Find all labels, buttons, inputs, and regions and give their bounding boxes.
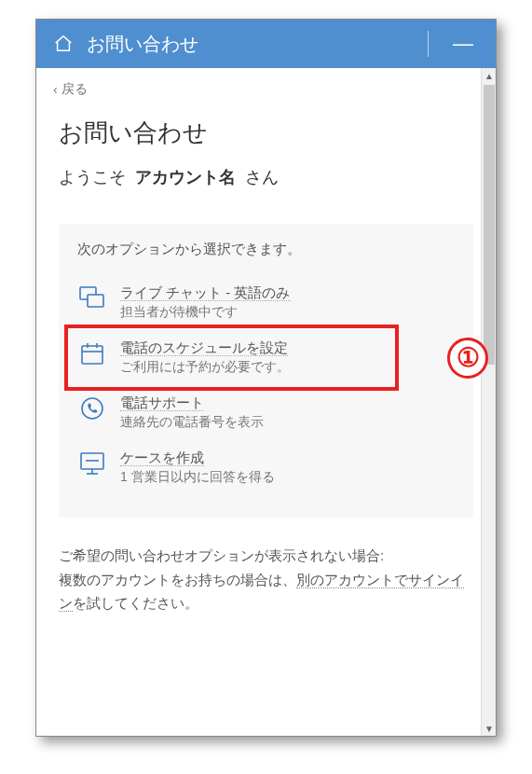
footer-line1: ご希望の問い合わせオプションが表示されない場合:	[59, 544, 464, 568]
option-schedule-call[interactable]: 電話のスケジュールを設定 ご利用には予約が必要です。	[77, 330, 455, 385]
footer-line2a: 複数のアカウントをお持ちの場合は、	[59, 572, 296, 587]
option-title: 電話のスケジュールを設定	[120, 339, 288, 356]
option-phone-support-wrap: 電話サポート 連絡先の電話番号を表示	[77, 385, 455, 440]
option-text: ケースを作成 1 営業日以内に回答を得る	[120, 449, 455, 486]
option-subtitle: 連絡先の電話番号を表示	[120, 414, 455, 431]
welcome-suffix: さん	[245, 168, 279, 187]
footer-line2b: を試してください。	[73, 595, 198, 611]
svg-point-6	[82, 398, 102, 419]
scroll-up-arrow[interactable]: ▲	[482, 68, 497, 83]
svg-rect-2	[82, 346, 102, 364]
content: お問い合わせ ようこそ アカウント名 さん 次のオプションから選択できます。	[36, 107, 496, 734]
titlebar: お問い合わせ —	[36, 20, 496, 68]
back-label: 戻る	[61, 81, 88, 98]
contact-window: お問い合わせ — ▲ ▼ ‹ 戻る お問い合わせ ようこそ アカウント名 さん …	[35, 19, 497, 737]
back-row: ‹ 戻る	[36, 68, 496, 107]
option-title: ケースを作成	[120, 449, 204, 466]
option-phone-support[interactable]: 電話サポート 連絡先の電話番号を表示	[77, 385, 455, 440]
option-text: ライブ チャット - 英語のみ 担当者が待機中です	[120, 284, 455, 321]
calendar-icon	[77, 339, 107, 366]
option-create-case[interactable]: ケースを作成 1 営業日以内に回答を得る	[77, 440, 455, 495]
phone-icon	[77, 394, 107, 421]
welcome-prefix: ようこそ	[59, 168, 126, 187]
minimize-button[interactable]: —	[447, 34, 479, 54]
chat-icon	[77, 284, 107, 311]
svg-rect-1	[88, 295, 103, 307]
footer-line2: 複数のアカウントをお持ちの場合は、別のアカウントでサインインを試してください。	[59, 568, 464, 615]
chevron-left-icon: ‹	[53, 82, 58, 97]
titlebar-left: お問い合わせ	[53, 32, 198, 57]
footer-note: ご希望の問い合わせオプションが表示されない場合: 複数のアカウントをお持ちの場合…	[59, 544, 473, 615]
window-title: お問い合わせ	[87, 32, 198, 57]
option-subtitle: 1 営業日以内に回答を得る	[120, 469, 455, 486]
option-text: 電話のスケジュールを設定 ご利用には予約が必要です。	[120, 339, 455, 376]
titlebar-divider	[428, 31, 429, 57]
option-title: ライブ チャット - 英語のみ	[120, 284, 291, 301]
case-icon	[77, 449, 107, 476]
welcome-message: ようこそ アカウント名 さん	[59, 166, 473, 188]
option-subtitle: ご利用には予約が必要です。	[120, 359, 455, 376]
option-title: 電話サポート	[120, 394, 204, 411]
option-schedule-call-wrap: 電話のスケジュールを設定 ご利用には予約が必要です。 ①	[77, 330, 455, 385]
titlebar-right: —	[428, 31, 479, 57]
option-live-chat-wrap: ライブ チャット - 英語のみ 担当者が待機中です	[77, 275, 455, 330]
option-create-case-wrap: ケースを作成 1 営業日以内に回答を得る	[77, 440, 455, 495]
options-intro: 次のオプションから選択できます。	[77, 241, 455, 258]
account-name: アカウント名	[135, 168, 236, 187]
annotation-badge-1: ①	[447, 338, 488, 379]
option-text: 電話サポート 連絡先の電話番号を表示	[120, 394, 455, 431]
page-title: お問い合わせ	[59, 117, 473, 149]
back-link[interactable]: ‹ 戻る	[53, 81, 88, 98]
home-icon[interactable]	[53, 34, 74, 54]
option-subtitle: 担当者が待機中です	[120, 304, 455, 321]
option-live-chat[interactable]: ライブ チャット - 英語のみ 担当者が待機中です	[77, 275, 455, 330]
options-panel: 次のオプションから選択できます。 ライブ チャット - 英語のみ 担当者が待機中…	[59, 224, 473, 518]
